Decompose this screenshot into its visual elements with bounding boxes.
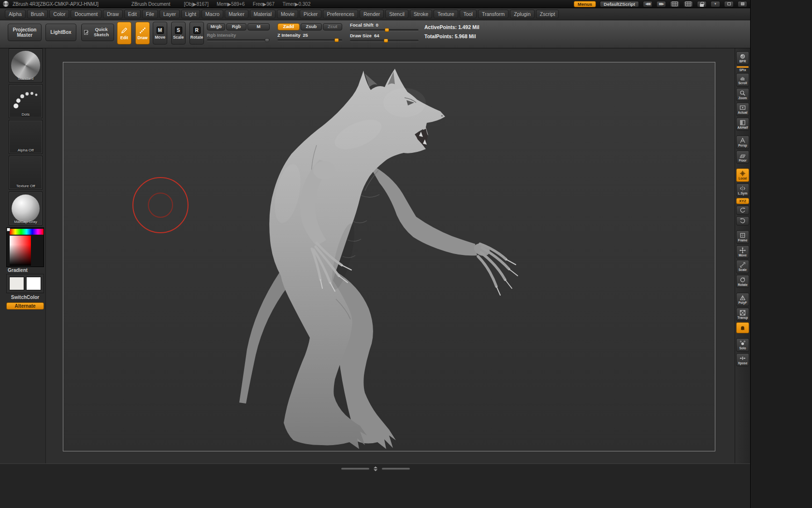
menu-preferences[interactable]: Preferences	[323, 10, 358, 19]
quick-sketch-label: Quick Sketch	[91, 27, 112, 38]
move-3d-button[interactable]: Move	[736, 245, 749, 259]
menu-light[interactable]: Light	[181, 10, 200, 19]
color-swatches	[6, 274, 44, 293]
edit-mode-button[interactable]: Edit	[117, 22, 131, 45]
menu-transform[interactable]: Transform	[478, 10, 508, 19]
right-tray[interactable]	[750, 0, 812, 508]
menu-picker[interactable]: Picker	[300, 10, 321, 19]
menu-draw[interactable]: Draw	[103, 10, 123, 19]
palette-layout-alt-icon[interactable]	[683, 1, 693, 7]
gradient-toggle[interactable]: Gradient	[8, 268, 28, 273]
bpr-icon	[740, 53, 746, 60]
window-mode-icon[interactable]	[738, 1, 747, 7]
secondary-color-swatch[interactable]	[26, 277, 41, 290]
zsub-button[interactable]: Zsub	[301, 23, 322, 30]
shrink-ui-right-icon[interactable]	[656, 1, 666, 7]
draw-mode-button[interactable]: Draw	[135, 22, 150, 45]
main-color-swatch[interactable]	[9, 277, 24, 290]
tray-handle-bar[interactable]	[382, 468, 410, 470]
menu-marker[interactable]: Marker	[225, 10, 248, 19]
zoom-button[interactable]: Zoom	[736, 88, 749, 102]
draw-size-slider[interactable]: Draw Size64	[350, 33, 419, 42]
z-intensity-slider[interactable]: Z Intensity25	[277, 33, 342, 41]
lsym-button[interactable]: L.Sym	[736, 183, 749, 197]
current-material-thumbnail[interactable]: MatCap Gray	[9, 192, 43, 225]
frame-button[interactable]: Frame	[736, 230, 749, 244]
menu-movie[interactable]: Movie	[277, 10, 298, 19]
scale-mode-button[interactable]: S Scale	[171, 22, 186, 45]
color-picker[interactable]	[6, 227, 44, 267]
canvas-area[interactable]	[46, 48, 735, 463]
tray-resize-arrows[interactable]	[374, 466, 377, 471]
quick-sketch-button[interactable]: Quick Sketch	[81, 24, 114, 41]
actual-button[interactable]: Actual	[736, 103, 749, 116]
menu-layer[interactable]: Layer	[160, 10, 180, 19]
rotate-ccw-button[interactable]	[736, 206, 749, 215]
menu-zplugin[interactable]: Zplugin	[510, 10, 534, 19]
move-mode-button[interactable]: M Move	[153, 22, 167, 45]
window-restore-icon[interactable]	[724, 1, 734, 7]
z-intensity-track	[277, 39, 342, 41]
menu-color[interactable]: Color	[49, 10, 69, 19]
zbrush-window: ZBrush 4R3[ZBGX-CMKP-APXJ-HNMJ] ZBrush D…	[0, 0, 812, 508]
ghost-button[interactable]	[736, 322, 749, 333]
switch-color-button[interactable]: SwitchColor	[6, 295, 44, 300]
current-brush-thumbnail[interactable]: Standard	[9, 48, 43, 82]
menus-toggle-button[interactable]: Menus	[574, 1, 596, 7]
menu-file[interactable]: File	[142, 10, 158, 19]
alternate-button[interactable]: Alternate	[6, 302, 44, 310]
menu-material[interactable]: Material	[250, 10, 276, 19]
menu-stroke[interactable]: Stroke	[410, 10, 432, 19]
scale-3d-button[interactable]: Scale	[736, 260, 749, 273]
menu-texture[interactable]: Texture	[434, 10, 458, 19]
lightbox-button[interactable]: LightBox	[45, 24, 76, 41]
menu-render[interactable]: Render	[360, 10, 384, 19]
focal-shift-slider[interactable]: Focal Shift0	[350, 23, 419, 31]
transparency-icon	[740, 310, 746, 316]
current-stroke-thumbnail[interactable]: Dots	[9, 84, 43, 118]
transp-button[interactable]: Transp	[736, 308, 749, 321]
zcut-button[interactable]: Zcut	[323, 23, 342, 30]
polyframe-button[interactable]: PolyF	[736, 293, 749, 306]
menu-alpha[interactable]: Alpha	[5, 10, 26, 19]
default-zscript-button[interactable]: DefaultZScript	[600, 1, 639, 7]
rgb-intensity-slider[interactable]: Rgb Intensity	[207, 33, 270, 41]
scroll-button[interactable]: Scroll	[736, 73, 749, 87]
shrink-ui-left-icon[interactable]	[643, 1, 652, 7]
mrgb-button[interactable]: Mrgb	[207, 23, 225, 30]
projection-master-button[interactable]: Projection Master	[8, 24, 42, 41]
m-button[interactable]: M	[247, 23, 270, 30]
floor-button[interactable]: Floor	[736, 150, 749, 164]
bpr-button[interactable]: BPR	[736, 51, 749, 65]
menu-macro[interactable]: Macro	[202, 10, 223, 19]
menu-zscript[interactable]: Zscript	[536, 10, 559, 19]
xpose-button[interactable]: Xpose	[736, 353, 749, 367]
hue-strip[interactable]	[10, 229, 44, 235]
rotate-3d-button[interactable]: Rotate	[736, 275, 749, 288]
current-texture-thumbnail[interactable]: Texture Off	[9, 156, 43, 190]
menu-tool[interactable]: Tool	[460, 10, 477, 19]
menu-document[interactable]: Document	[71, 10, 102, 19]
xyz-button[interactable]: XYZ	[736, 198, 749, 204]
lock-ui-icon[interactable]	[697, 1, 707, 7]
tray-divider-handles[interactable]	[341, 466, 410, 471]
rgb-button[interactable]: Rgb	[226, 23, 246, 30]
edit-icon	[120, 27, 128, 34]
palette-layout-icon[interactable]	[670, 1, 680, 7]
persp-button[interactable]: Persp	[736, 135, 749, 149]
local-button[interactable]: Local	[736, 168, 749, 182]
rotate-mode-button[interactable]: R Rotate	[189, 22, 204, 45]
collapse-ui-icon[interactable]	[710, 1, 720, 7]
rotate-cw-button[interactable]	[736, 216, 749, 225]
menubar: Alpha Brush Color Document Draw Edit Fil…	[0, 8, 750, 20]
menu-brush[interactable]: Brush	[27, 10, 48, 19]
spix-slider[interactable]: SPix	[736, 66, 749, 72]
tray-handle-bar[interactable]	[341, 468, 369, 470]
zadd-button[interactable]: Zadd	[277, 23, 300, 30]
solo-button[interactable]: Solo	[736, 338, 749, 352]
current-alpha-thumbnail[interactable]: Alpha Off	[9, 120, 43, 154]
menu-stencil[interactable]: Stencil	[385, 10, 408, 19]
menu-edit[interactable]: Edit	[124, 10, 141, 19]
saturation-value-box[interactable]	[10, 236, 31, 266]
aahalf-button[interactable]: AAHalf	[736, 118, 749, 131]
